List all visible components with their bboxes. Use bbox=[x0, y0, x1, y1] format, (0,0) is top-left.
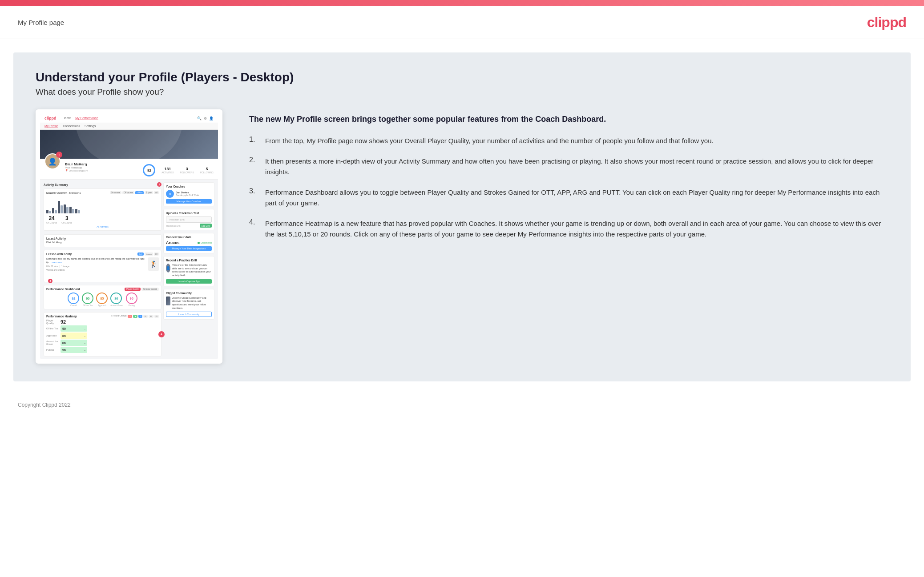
mock-activity-totals: 24 On Course 3 Off Course bbox=[46, 215, 72, 224]
mock-latest-activity: Latest Activity Blair McHarg bbox=[44, 234, 161, 247]
mock-community-text: Join the Clippd Community and discover n… bbox=[172, 297, 212, 310]
mock-right-panel: Your Coaches D Dan Davies Barnkopple Gol… bbox=[163, 182, 214, 357]
mock-heatmap-putt[interactable]: Putting 96 .. bbox=[46, 347, 159, 353]
heatmap-app-val: 85 bbox=[62, 334, 66, 337]
filter-1y[interactable]: 1 year bbox=[145, 191, 153, 194]
content-layout: clippd Home My Performance 🔍 ⚙ 👤 My Prof… bbox=[36, 109, 888, 364]
bar-offcourse-6 bbox=[78, 210, 80, 213]
ring-ott[interactable]: 90 Off the Tee bbox=[82, 293, 93, 307]
mock-community-item: Join the Clippd Community and discover n… bbox=[166, 297, 212, 310]
heatmap-ott-label: Off the Tee bbox=[46, 327, 59, 330]
mock-activity-chart: Monthly Activity - 6 Months On course Of… bbox=[44, 188, 161, 231]
mock-nav: clippd Home My Performance 🔍 ⚙ 👤 bbox=[40, 114, 218, 123]
ring-arg-label: Around Green bbox=[110, 305, 123, 307]
ring-overall[interactable]: 92 Overall bbox=[68, 293, 79, 307]
bar-oncourse-2 bbox=[52, 208, 54, 213]
page-title: My Profile page bbox=[18, 19, 64, 26]
mock-stat-following: 5 Following bbox=[200, 167, 214, 174]
right-intro: The new My Profile screen brings togethe… bbox=[249, 114, 888, 125]
mock-coach-item: D Dan Davies Barnkopple Golf Club bbox=[166, 190, 212, 198]
bar-oncourse-5 bbox=[69, 207, 72, 213]
mock-trackman-add-btn[interactable]: Add Link bbox=[200, 224, 212, 228]
mock-launch-community-btn[interactable]: Launch Community bbox=[166, 312, 212, 317]
heatmap-overall-val: 92 bbox=[61, 319, 66, 325]
mock-avatar-wrap: 👤 + bbox=[44, 153, 61, 169]
footer: Copyright Clippd 2022 bbox=[0, 395, 924, 415]
ring-arg[interactable]: 86 Around Green bbox=[110, 293, 123, 307]
mock-nav-home: Home bbox=[63, 116, 71, 120]
mock-subnav-profile: My Profile bbox=[44, 124, 58, 128]
bar-oncourse-1 bbox=[46, 210, 48, 213]
heatmap-filter-5[interactable]: 5 bbox=[138, 315, 142, 318]
feature-text-3: Performance Dashboard allows you to togg… bbox=[265, 187, 888, 208]
heatmap-filter-10[interactable]: 10 bbox=[143, 315, 148, 318]
mock-heatmap-app[interactable]: Approach 85 .. bbox=[46, 333, 159, 339]
heatmap-filter-red[interactable]: ▼ bbox=[128, 315, 132, 318]
filter-oncourse[interactable]: On course bbox=[110, 191, 122, 194]
toggle-strokes-gained[interactable]: Strokes Gained bbox=[141, 288, 159, 291]
feature-item-4: 4. Performance Heatmap is a new feature … bbox=[249, 218, 888, 240]
ring-overall-circle: 92 bbox=[68, 293, 79, 304]
filter-all[interactable]: All bbox=[154, 191, 159, 194]
mock-left-panel: Activity Summary 2 Monthly Activity - 6 … bbox=[44, 182, 161, 357]
mock-community-title: Clippd Community bbox=[166, 292, 212, 295]
ring-putt[interactable]: 96 Putting bbox=[126, 293, 137, 307]
mock-heatmap-filters: 5 Round Change: ▼ ▲ 5 10 15 20 bbox=[111, 315, 159, 318]
mock-chart-filters: On course Off course 5 Mths 1 year All bbox=[110, 191, 159, 194]
mock-heatmap-overall[interactable]: Player Quality 92 bbox=[46, 319, 159, 325]
mock-coaches-title: Your Coaches bbox=[166, 185, 212, 188]
lesson-chip-golf[interactable]: Golf bbox=[137, 252, 143, 256]
mock-manage-integrations-btn[interactable]: Manage Your Data Integrations bbox=[166, 246, 212, 251]
feature-text-1: From the top, My Profile page now shows … bbox=[265, 136, 714, 146]
mock-quality-ring: 92 bbox=[143, 164, 155, 176]
mock-manage-coaches-btn[interactable]: Manage Your Coaches bbox=[166, 199, 212, 204]
bar-offcourse-5 bbox=[72, 209, 74, 213]
mock-connect-panel: Connect your data Arccos Disconnect Mana… bbox=[163, 233, 214, 253]
heatmap-putt-bar: 96 .. bbox=[61, 347, 87, 353]
mock-lesson-text: Nothing to feel like my rights are exist… bbox=[46, 257, 146, 272]
mock-connect-status: Disconnect bbox=[198, 241, 212, 244]
page-heading: Understand your Profile (Players - Deskt… bbox=[36, 70, 888, 84]
mock-heatmap: Performance Heatmap 5 Round Change: ▼ ▲ … bbox=[44, 312, 161, 357]
filter-5m[interactable]: 5 Mths bbox=[135, 191, 144, 194]
filter-offcourse[interactable]: Off course bbox=[122, 191, 134, 194]
mock-heatmap-arg[interactable]: Around the Green 86 .. bbox=[46, 340, 159, 346]
mock-connect-item: Arccos Disconnect bbox=[166, 240, 212, 245]
heatmap-filter-green[interactable]: ▲ bbox=[133, 315, 137, 318]
toggle-player-quality[interactable]: Player Quality bbox=[125, 288, 141, 291]
connect-disconnect-btn[interactable]: Disconnect bbox=[201, 241, 212, 244]
ring-app[interactable]: 85 Approach bbox=[96, 293, 108, 307]
mock-trackman-input: Trackman Link bbox=[166, 216, 212, 223]
mock-latest-title: Latest Activity bbox=[46, 237, 159, 240]
ring-ott-circle: 90 bbox=[82, 293, 93, 304]
mock-lesson-figure: 🏌️ bbox=[148, 257, 159, 271]
heatmap-app-label: Approach bbox=[46, 334, 59, 337]
mock-trackman-panel: Upload a Trackman Test Trackman Link Tra… bbox=[163, 209, 214, 230]
mock-coach-avatar: D bbox=[166, 190, 174, 198]
top-bar bbox=[0, 0, 924, 6]
mock-chart-title: Monthly Activity - 6 Months bbox=[46, 192, 81, 194]
following-label: Following bbox=[200, 171, 214, 174]
ring-app-label: Approach bbox=[96, 305, 108, 307]
mock-nav-items: Home My Performance bbox=[63, 116, 98, 120]
feature-number-1: 1. bbox=[249, 136, 260, 144]
bar-oncourse-6 bbox=[75, 209, 77, 213]
mock-location: 📍 United Kingdom bbox=[65, 169, 138, 172]
oncourse-val: 24 bbox=[46, 215, 57, 221]
mock-heatmap-ott[interactable]: Off the Tee 90 .. bbox=[46, 325, 159, 332]
feature-number-2: 2. bbox=[249, 156, 260, 164]
mock-nav-right: 🔍 ⚙ 👤 bbox=[197, 116, 214, 120]
mock-coach-club: Barnkopple Golf Club bbox=[176, 194, 199, 196]
mock-player-name: Blair McHarg bbox=[65, 162, 138, 166]
mock-activity-section-header: Activity Summary 2 bbox=[44, 182, 161, 187]
mock-heatmap-title: Performance Heatmap bbox=[46, 315, 77, 318]
mock-launch-capture-btn[interactable]: Launch Capture App bbox=[166, 279, 212, 284]
heatmap-filter-15[interactable]: 15 bbox=[149, 315, 153, 318]
header: My Profile page clippd bbox=[0, 6, 924, 39]
lesson-chip-label: Lesson bbox=[145, 252, 153, 256]
heatmap-filter-20[interactable]: 20 bbox=[154, 315, 159, 318]
mock-view-all[interactable]: All Activities bbox=[46, 225, 159, 228]
bar-group-5 bbox=[69, 207, 74, 213]
mock-coach-info: Dan Davies Barnkopple Golf Club bbox=[176, 191, 199, 196]
feature-item-1: 1. From the top, My Profile page now sho… bbox=[249, 136, 888, 146]
